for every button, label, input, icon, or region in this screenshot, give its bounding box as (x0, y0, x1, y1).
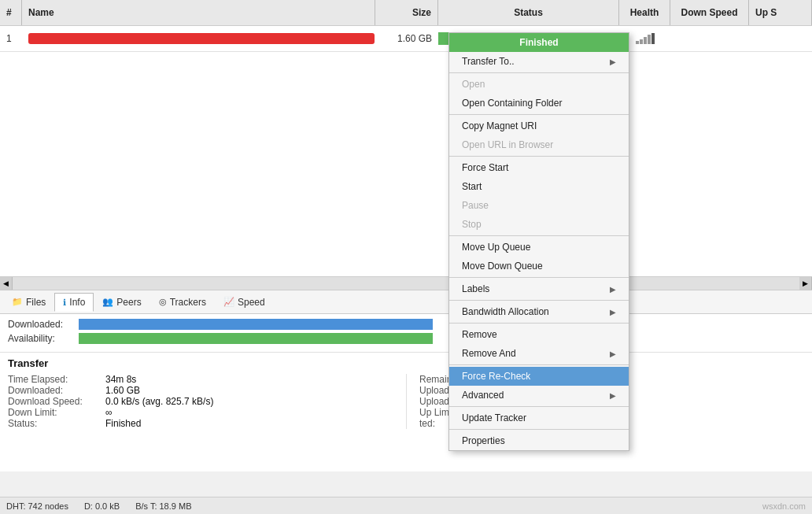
ctx-bandwidth-label: Bandwidth Allocation (462, 306, 549, 317)
empty-list-area (0, 52, 812, 276)
speed-status: B/s T: 18.9 MB (135, 501, 191, 511)
ctx-remove-and-label: Remove And (462, 348, 516, 359)
downloaded-progress-row: Downloaded: (8, 319, 804, 330)
ctx-force-start-label: Force Start (462, 162, 508, 173)
download-speed-row: Download Speed: 0.0 kB/s (avg. 825.7 kB/… (8, 396, 406, 407)
time-elapsed-value: 34m 8s (105, 374, 136, 385)
availability-bar-wrap (79, 333, 433, 344)
scroll-right-btn[interactable]: ▶ (799, 277, 812, 290)
progress-section: Downloaded: Availability: (0, 314, 812, 352)
ctx-force-recheck-label: Force Re-Check (462, 371, 530, 382)
ctx-sep-9 (449, 406, 629, 407)
col-size[interactable]: Size (375, 0, 438, 25)
ctx-update-tracker-label: Update Tracker (462, 412, 526, 423)
health-bar-3 (644, 37, 647, 44)
info-panel: Downloaded: Availability: Transfer Time … (0, 314, 812, 471)
downloaded-info-value: 1.60 GB (105, 385, 140, 396)
ctx-advanced[interactable]: Advanced ▶ (449, 386, 629, 405)
ctx-transfer-to[interactable]: Transfer To.. ▶ (449, 52, 629, 71)
status-row: Status: Finished (8, 418, 406, 429)
col-status[interactable]: Status (438, 0, 619, 25)
time-elapsed-row: Time Elapsed: 34m 8s (8, 374, 406, 385)
down-limit-row: Down Limit: ∞ (8, 407, 406, 418)
ctx-update-tracker[interactable]: Update Tracker (449, 409, 629, 427)
ctx-open[interactable]: Open (449, 75, 629, 94)
col-upspeed[interactable]: Up S (749, 0, 812, 25)
ctx-move-down-label: Move Down Queue (462, 261, 543, 272)
col-num[interactable]: # (0, 0, 22, 25)
tab-peers-label: Peers (116, 297, 141, 308)
col-health[interactable]: Health (619, 0, 670, 25)
horizontal-scrollbar[interactable]: ◀ ▶ (0, 276, 812, 290)
bottom-tab-bar: 📁 Files ℹ Info 👥 Peers ◎ Trackers 📈 Spee… (0, 290, 812, 314)
context-menu-status: Finished (449, 33, 629, 52)
download-speed-label: Download Speed: (8, 396, 102, 407)
ctx-open-url[interactable]: Open URL in Browser (449, 135, 629, 154)
transfer-section: Transfer Time Elapsed: 34m 8s Downloaded… (0, 352, 812, 434)
ctx-sep-1 (449, 72, 629, 73)
down-status: D: 0.0 kB (84, 501, 120, 511)
ctx-sep-8 (449, 364, 629, 365)
table-row[interactable]: 1 1.60 GB Finished (0, 26, 812, 52)
ctx-properties-label: Properties (462, 435, 505, 446)
ctx-properties[interactable]: Properties (449, 431, 629, 450)
ctx-move-down[interactable]: Move Down Queue (449, 257, 629, 275)
ctx-labels-label: Labels (462, 283, 489, 294)
scroll-track[interactable] (13, 277, 799, 290)
ctx-start[interactable]: Start (449, 177, 629, 196)
torrent-name (22, 33, 375, 44)
ctx-transfer-to-arrow: ▶ (610, 57, 616, 66)
ctx-force-recheck[interactable]: Force Re-Check (449, 367, 629, 386)
ctx-sep-3 (449, 156, 629, 157)
ctx-labels[interactable]: Labels ▶ (449, 279, 629, 298)
ctx-sep-2 (449, 114, 629, 115)
availability-bar (79, 333, 433, 344)
downloaded-bar (79, 319, 433, 330)
context-menu: Finished Transfer To.. ▶ Open Open Conta… (448, 32, 629, 451)
tab-info[interactable]: ℹ Info (54, 293, 94, 312)
status-info-value: Finished (105, 418, 141, 429)
tab-trackers[interactable]: ◎ Trackers (150, 293, 215, 312)
ctx-open-folder[interactable]: Open Containing Folder (449, 94, 629, 113)
ctx-sep-10 (449, 429, 629, 430)
health-bar-2 (640, 39, 643, 44)
download-speed-value: 0.0 kB/s (avg. 825.7 kB/s) (105, 396, 213, 407)
ctx-open-folder-label: Open Containing Folder (462, 98, 562, 109)
tab-peers[interactable]: 👥 Peers (94, 293, 149, 312)
ctx-bandwidth[interactable]: Bandwidth Allocation ▶ (449, 302, 629, 321)
statusbar: DHT: 742 nodes D: 0.0 kB B/s T: 18.9 MB … (0, 497, 812, 514)
torrent-size: 1.60 GB (375, 33, 438, 44)
ctx-copy-magnet[interactable]: Copy Magnet URI (449, 116, 629, 135)
ctx-move-up-label: Move Up Queue (462, 242, 530, 253)
health-bar-1 (636, 41, 639, 44)
availability-label: Availability: (8, 333, 79, 344)
scroll-left-btn[interactable]: ◀ (0, 277, 13, 290)
ctx-stop-label: Stop (462, 219, 482, 230)
ctx-start-label: Start (462, 181, 482, 192)
ctx-pause[interactable]: Pause (449, 196, 629, 215)
health-bar-4 (648, 35, 651, 44)
transfer-col-left: Time Elapsed: 34m 8s Downloaded: 1.60 GB… (8, 374, 406, 429)
status-info-label: Status: (8, 418, 102, 429)
ctx-labels-arrow: ▶ (610, 285, 616, 294)
speed-icon: 📈 (223, 297, 234, 307)
ctx-move-up[interactable]: Move Up Queue (449, 238, 629, 257)
ctx-advanced-label: Advanced (462, 390, 504, 401)
health-bar-5 (651, 33, 655, 44)
ctx-remove[interactable]: Remove (449, 325, 629, 344)
peers-icon: 👥 (102, 297, 113, 307)
table-header: # Name Size Status Health Down Speed Up … (0, 0, 812, 26)
col-downspeed[interactable]: Down Speed (670, 0, 749, 25)
downloaded-bar-wrap (79, 319, 433, 330)
tab-files[interactable]: 📁 Files (3, 293, 54, 312)
downloaded-info-label: Downloaded: (8, 385, 102, 396)
ctx-stop[interactable]: Stop (449, 215, 629, 234)
tab-trackers-label: Trackers (170, 297, 206, 308)
ctx-open-url-label: Open URL in Browser (462, 139, 553, 150)
ctx-force-start[interactable]: Force Start (449, 158, 629, 177)
tab-speed[interactable]: 📈 Speed (215, 293, 274, 312)
ctx-sep-4 (449, 235, 629, 236)
trackers-icon: ◎ (159, 297, 167, 307)
col-name[interactable]: Name (22, 0, 375, 25)
ctx-remove-and[interactable]: Remove And ▶ (449, 344, 629, 363)
